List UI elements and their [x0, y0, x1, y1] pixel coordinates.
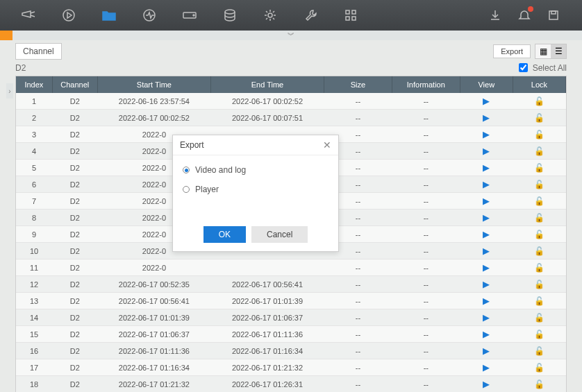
option-video-and-log[interactable]: Video and log [183, 165, 329, 175]
play-icon[interactable]: ▶ [483, 129, 490, 139]
play-icon[interactable]: ▶ [483, 112, 490, 123]
hdd-icon[interactable] [182, 8, 197, 23]
playback-icon[interactable] [61, 8, 76, 23]
unlock-icon[interactable]: 🔓 [534, 280, 544, 289]
col-header[interactable]: Channel [52, 76, 97, 93]
cell: 2022-06-17 01:26:31 [210, 376, 324, 393]
play-icon[interactable]: ▶ [483, 196, 490, 206]
radio-icon[interactable] [183, 167, 190, 173]
play-icon[interactable]: ▶ [483, 379, 490, 389]
collapse-handle[interactable]: ︾ [0, 31, 582, 40]
col-header[interactable]: End Time [210, 76, 324, 93]
play-icon[interactable]: ▶ [483, 279, 490, 289]
unlock-icon[interactable]: 🔓 [534, 180, 544, 189]
cancel-button[interactable]: Cancel [251, 226, 308, 243]
unlock-icon[interactable]: 🔓 [534, 363, 544, 373]
unlock-icon[interactable]: 🔓 [534, 163, 544, 173]
cell: 2022-0 [97, 259, 210, 276]
play-icon[interactable]: ▶ [483, 329, 490, 339]
cell: 2 [16, 110, 52, 126]
select-all-input[interactable] [519, 63, 528, 72]
unlock-icon[interactable]: 🔓 [534, 213, 544, 223]
channel-tab[interactable]: Channel [15, 43, 62, 60]
play-icon[interactable]: ▶ [483, 296, 490, 306]
sidebar-expand-icon[interactable]: › [6, 83, 13, 99]
table-row[interactable]: 13D22022-06-17 00:56:412022-06-17 01:01:… [16, 293, 566, 309]
table-row[interactable]: 15D22022-06-17 01:06:372022-06-17 01:11:… [16, 326, 566, 343]
close-icon[interactable]: ✕ [323, 139, 331, 151]
status-icon[interactable] [142, 8, 157, 23]
grid-view-icon[interactable]: ▦ [535, 44, 551, 58]
col-header[interactable]: Start Time [97, 76, 210, 93]
unlock-icon[interactable]: 🔓 [534, 246, 544, 256]
ok-button[interactable]: OK [203, 226, 246, 243]
play-icon[interactable]: ▶ [483, 346, 490, 356]
cell: -- [392, 176, 460, 193]
play-icon[interactable]: ▶ [483, 229, 490, 239]
svg-point-0 [63, 10, 74, 21]
storage-icon[interactable] [222, 8, 238, 23]
play-icon[interactable]: ▶ [483, 262, 490, 273]
play-icon[interactable]: ▶ [483, 246, 490, 256]
unlock-icon[interactable]: 🔓 [534, 313, 544, 323]
cell: 2022-06-17 01:11:36 [210, 326, 324, 343]
maintenance-icon[interactable] [303, 8, 318, 23]
col-header[interactable]: Index [16, 76, 52, 93]
option-label: Player [195, 185, 219, 194]
top-nav-bar [0, 0, 582, 31]
unlock-icon[interactable]: 🔓 [534, 263, 544, 273]
cell: -- [324, 376, 392, 393]
list-view-icon[interactable]: ☰ [551, 44, 566, 58]
col-header[interactable]: View [460, 76, 513, 93]
option-player[interactable]: Player [183, 185, 329, 194]
download-icon[interactable] [488, 8, 503, 23]
play-icon[interactable]: ▶ [483, 362, 490, 373]
play-icon[interactable]: ▶ [483, 96, 490, 106]
table-row[interactable]: 17D22022-06-17 01:16:342022-06-17 01:21:… [16, 359, 566, 376]
cell: -- [392, 293, 460, 309]
play-icon[interactable]: ▶ [483, 312, 490, 323]
unlock-icon[interactable]: 🔓 [534, 296, 544, 306]
cell: 2022-06-17 01:21:32 [97, 376, 210, 393]
cell: 16 [16, 343, 52, 359]
col-header[interactable]: Size [324, 76, 392, 93]
export-button[interactable]: Export [493, 44, 531, 58]
table-row[interactable]: 18D22022-06-17 01:21:322022-06-17 01:26:… [16, 376, 566, 393]
svg-point-4 [225, 10, 235, 14]
unlock-icon[interactable]: 🔓 [534, 146, 544, 156]
unlock-icon[interactable]: 🔓 [534, 380, 544, 389]
unlock-icon[interactable]: 🔓 [534, 130, 544, 139]
play-icon[interactable]: ▶ [483, 179, 490, 189]
cell: 2022-06-17 01:16:34 [97, 359, 210, 376]
unlock-icon[interactable]: 🔓 [534, 196, 544, 206]
unlock-icon[interactable]: 🔓 [534, 230, 544, 239]
save-icon[interactable] [546, 8, 561, 23]
unlock-icon[interactable]: 🔓 [534, 113, 544, 123]
table-row[interactable]: 11D22022-0----▶🔓 [16, 259, 566, 276]
settings-icon[interactable] [263, 8, 278, 23]
play-icon[interactable]: ▶ [483, 212, 490, 223]
unlock-icon[interactable]: 🔓 [534, 96, 544, 106]
alarm-icon[interactable] [517, 8, 532, 23]
camera-icon[interactable] [21, 8, 36, 23]
play-icon[interactable]: ▶ [483, 162, 490, 173]
col-header[interactable]: Lock [513, 76, 565, 93]
table-row[interactable]: 14D22022-06-17 01:01:392022-06-17 01:06:… [16, 309, 566, 326]
table-row[interactable]: 1D22022-06-16 23:57:542022-06-17 00:02:5… [16, 93, 566, 110]
cell: D2 [52, 176, 97, 193]
col-header[interactable]: Information [392, 76, 460, 93]
table-row[interactable]: 2D22022-06-17 00:02:522022-06-17 00:07:5… [16, 110, 566, 126]
cell: -- [324, 309, 392, 326]
radio-icon[interactable] [183, 186, 190, 193]
select-all-checkbox[interactable]: Select All [516, 61, 567, 74]
cell: 5 [16, 160, 52, 176]
cell: -- [324, 110, 392, 126]
unlock-icon[interactable]: 🔓 [534, 346, 544, 356]
table-row[interactable]: 12D22022-06-17 00:52:352022-06-17 00:56:… [16, 276, 566, 293]
play-icon[interactable]: ▶ [483, 146, 490, 156]
folder-icon[interactable] [101, 8, 117, 23]
apps-icon[interactable] [343, 8, 358, 23]
table-row[interactable]: 16D22022-06-17 01:11:362022-06-17 01:16:… [16, 343, 566, 359]
unlock-icon[interactable]: 🔓 [534, 330, 544, 339]
cell: D2 [52, 243, 97, 259]
